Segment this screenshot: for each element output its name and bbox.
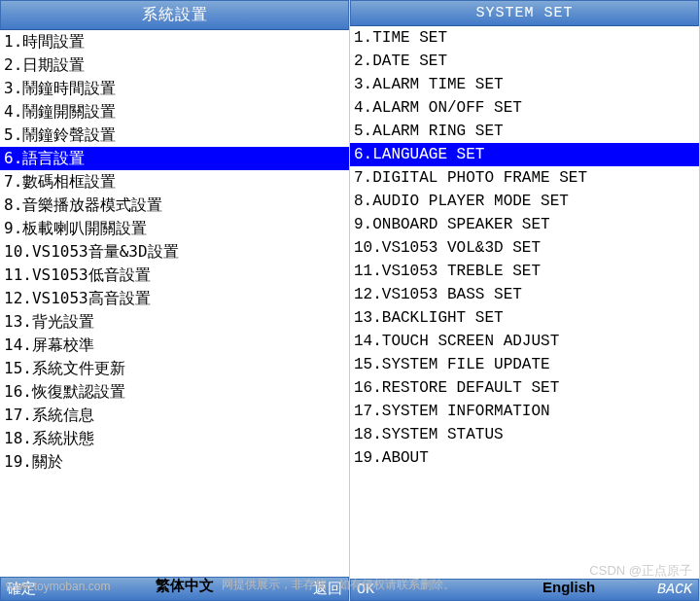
header-title-left: 系統設置 xyxy=(0,0,349,30)
watermark-url: www.toymoban.com xyxy=(6,580,110,593)
menu-item[interactable]: 19.關於 xyxy=(0,450,349,474)
back-button-right[interactable]: BACK xyxy=(657,582,692,598)
menu-item[interactable]: 17.系統信息 xyxy=(0,404,349,427)
menu-item[interactable]: 2.日期設置 xyxy=(0,53,349,77)
menu-item[interactable]: 4.鬧鐘開關設置 xyxy=(0,100,349,124)
menu-item[interactable]: 6.語言設置 xyxy=(0,147,349,170)
menu-item[interactable]: 8.AUDIO PLAYER MODE SET xyxy=(350,190,699,213)
menu-item[interactable]: 11.VS1053 TREBLE SET xyxy=(350,260,699,283)
menu-item[interactable]: 9.ONBOARD SPEAKER SET xyxy=(350,213,699,236)
menu-item[interactable]: 8.音樂播放器模式設置 xyxy=(0,194,349,217)
menu-item[interactable]: 6.LANGUAGE SET xyxy=(350,143,699,166)
menu-item[interactable]: 14.TOUCH SCREEN ADJUST xyxy=(350,330,699,353)
menu-item[interactable]: 12.VS1053 BASS SET xyxy=(350,283,699,306)
menu-item[interactable]: 7.數碼相框設置 xyxy=(0,170,349,194)
menu-item[interactable]: 13.背光設置 xyxy=(0,310,349,334)
menu-item[interactable]: 2.DATE SET xyxy=(350,50,699,73)
menu-item[interactable]: 3.ALARM TIME SET xyxy=(350,73,699,96)
watermark-note: 网提供展示，非存储，如有侵权请联系删除。 xyxy=(222,577,455,593)
menu-list-right: 1.TIME SET2.DATE SET3.ALARM TIME SET4.AL… xyxy=(350,26,699,579)
menu-item[interactable]: 19.ABOUT xyxy=(350,446,699,470)
panel-english: SYSTEM SET 1.TIME SET2.DATE SET3.ALARM T… xyxy=(350,0,700,601)
menu-item[interactable]: 15.系統文件更新 xyxy=(0,357,349,380)
menu-item[interactable]: 7.DIGITAL PHOTO FRAME SET xyxy=(350,166,699,190)
menu-item[interactable]: 5.ALARM RING SET xyxy=(350,120,699,143)
menu-item[interactable]: 17.SYSTEM INFORMATION xyxy=(350,400,699,423)
menu-item[interactable]: 3.鬧鐘時間設置 xyxy=(0,77,349,100)
caption-left: 繁体中文 xyxy=(156,577,214,595)
menu-item[interactable]: 11.VS1053低音設置 xyxy=(0,264,349,287)
menu-item[interactable]: 13.BACKLIGHT SET xyxy=(350,306,699,330)
panel-chinese: 系統設置 1.時間設置2.日期設置3.鬧鐘時間設置4.鬧鐘開關設置5.鬧鐘鈴聲設… xyxy=(0,0,350,601)
menu-item[interactable]: 1.TIME SET xyxy=(350,26,699,50)
menu-item[interactable]: 12.VS1053高音設置 xyxy=(0,287,349,310)
menu-item[interactable]: 10.VS1053 VOL&3D SET xyxy=(350,236,699,260)
menu-item[interactable]: 14.屏幕校準 xyxy=(0,334,349,357)
menu-item[interactable]: 9.板載喇叭開關設置 xyxy=(0,217,349,240)
menu-item[interactable]: 18.SYSTEM STATUS xyxy=(350,423,699,446)
menu-item[interactable]: 16.RESTORE DEFAULT SET xyxy=(350,376,699,400)
menu-item[interactable]: 4.ALARM ON/OFF SET xyxy=(350,96,699,120)
menu-list-left: 1.時間設置2.日期設置3.鬧鐘時間設置4.鬧鐘開關設置5.鬧鐘鈴聲設置6.語言… xyxy=(0,30,349,577)
menu-item[interactable]: 5.鬧鐘鈴聲設置 xyxy=(0,124,349,147)
menu-item[interactable]: 10.VS1053音量&3D設置 xyxy=(0,240,349,264)
menu-item[interactable]: 1.時間設置 xyxy=(0,30,349,53)
caption-right: English xyxy=(542,579,595,595)
header-title-right: SYSTEM SET xyxy=(350,0,699,26)
menu-item[interactable]: 18.系統狀態 xyxy=(0,427,349,450)
menu-item[interactable]: 16.恢復默認設置 xyxy=(0,380,349,404)
menu-item[interactable]: 15.SYSTEM FILE UPDATE xyxy=(350,353,699,376)
watermark-credit: CSDN @正点原子 xyxy=(589,562,692,580)
